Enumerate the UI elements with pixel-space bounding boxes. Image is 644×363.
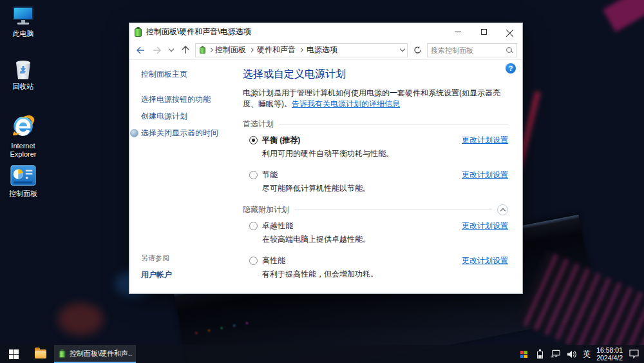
window-body: ? 控制面板主页 选择电源按钮的功能 创建电源计划 选择关闭显示器的时间 另请参… — [129, 60, 522, 293]
power-options-icon — [59, 349, 66, 358]
power-options-icon — [199, 46, 205, 54]
tray-battery-button[interactable] — [535, 349, 545, 359]
sidebar-item-label: 选择电源按钮的功能 — [141, 94, 211, 105]
change-plan-settings-link[interactable]: 更改计划设置 — [462, 255, 508, 266]
radio-high-performance[interactable] — [249, 257, 258, 265]
control-panel-icon — [10, 164, 36, 188]
tray-network-button[interactable] — [551, 349, 561, 359]
recent-pages-button[interactable] — [167, 43, 176, 57]
back-icon — [136, 46, 145, 54]
refresh-icon — [413, 46, 422, 54]
taskbar-item-label: 控制面板\硬件和声... — [70, 349, 132, 358]
plan-name[interactable]: 高性能 — [262, 255, 462, 266]
plan-name[interactable]: 卓越性能 — [262, 221, 462, 231]
radio-balanced[interactable] — [249, 136, 258, 144]
change-plan-settings-link[interactable]: 更改计划设置 — [462, 170, 508, 181]
taskbar-spacer — [136, 345, 518, 363]
breadcrumb-control-panel[interactable]: 控制面板 — [215, 44, 246, 55]
radio-ultimate-performance[interactable] — [249, 222, 258, 230]
close-icon — [506, 28, 513, 35]
sidebar-item-display-off-time[interactable]: 选择关闭显示器的时间 — [141, 128, 240, 139]
desktop-icon-recycle-bin[interactable]: 回收站 — [1, 57, 46, 91]
breadcrumb-chevron-icon — [299, 48, 303, 52]
start-button[interactable] — [0, 345, 27, 363]
desktop-icon-control-panel[interactable]: 控制面板 — [1, 164, 46, 198]
intro-paragraph: 电源计划是用于管理计算机如何使用电源的一套硬件和系统设置(如显示器亮度、睡眠等)… — [243, 88, 508, 110]
internet-explorer-icon — [10, 111, 36, 141]
sidebar: 控制面板主页 选择电源按钮的功能 创建电源计划 选择关闭显示器的时间 另请参阅 … — [129, 60, 240, 293]
sidebar-item-label: 选择关闭显示器的时间 — [141, 128, 218, 139]
file-explorer-button[interactable] — [27, 345, 54, 363]
sidebar-item-label: 创建电源计划 — [141, 111, 187, 122]
section-divider — [294, 210, 492, 210]
search-box — [427, 43, 517, 57]
refresh-button[interactable] — [410, 43, 424, 57]
radio-power-saver[interactable] — [249, 171, 258, 179]
desktop-icon-label: 此电脑 — [1, 30, 46, 38]
tray-volume-button[interactable] — [567, 349, 577, 359]
section-title: 隐藏附加计划 — [243, 204, 289, 215]
plan-ultimate-performance: 卓越性能 更改计划设置 在较高端电脑上提供卓越性能。 — [249, 221, 508, 245]
section-hidden-plans: 隐藏附加计划 — [243, 204, 508, 215]
taskbar-item-control-panel[interactable]: 控制面板\硬件和声... — [54, 345, 136, 363]
speaker-icon — [567, 350, 577, 358]
language-indicator[interactable]: 英 — [583, 349, 591, 360]
address-dropdown-icon[interactable] — [400, 46, 405, 52]
this-pc-icon — [10, 4, 36, 28]
desktop: 此电脑 回收站 — [0, 0, 644, 363]
plan-name[interactable]: 节能 — [262, 170, 462, 181]
windows-logo-icon — [9, 349, 19, 359]
change-plan-settings-link[interactable]: 更改计划设置 — [462, 221, 508, 231]
plan-power-saver: 节能 更改计划设置 尽可能降低计算机性能以节能。 — [249, 170, 508, 194]
wallpaper-bokeh — [58, 303, 103, 335]
network-icon — [551, 349, 561, 358]
breadcrumb-chevron-icon — [209, 48, 213, 52]
help-button[interactable]: ? — [506, 63, 516, 74]
forward-button[interactable] — [150, 43, 164, 57]
file-explorer-icon — [35, 349, 46, 358]
sidebar-item-power-buttons[interactable]: 选择电源按钮的功能 — [141, 94, 240, 105]
sidebar-item-control-panel-home[interactable]: 控制面板主页 — [141, 69, 240, 80]
up-button[interactable] — [178, 43, 193, 57]
action-center-button[interactable] — [629, 349, 639, 359]
page-title: 选择或自定义电源计划 — [243, 68, 508, 81]
display-settings-icon — [130, 129, 138, 137]
taskbar-clock[interactable]: 16:58:01 2024/4/2 — [596, 346, 623, 362]
window-title: 控制面板\硬件和声音\电源选项 — [146, 26, 445, 37]
window-titlebar[interactable]: 控制面板\硬件和声音\电源选项 — [129, 23, 522, 41]
desktop-icon-this-pc[interactable]: 此电脑 — [1, 4, 46, 38]
maximize-button[interactable] — [471, 23, 497, 41]
minimize-icon — [455, 32, 461, 32]
breadcrumb-chevron-icon — [249, 48, 254, 52]
section-divider — [279, 124, 508, 124]
address-toolbar: 控制面板 硬件和声音 电源选项 — [129, 41, 522, 60]
address-bar[interactable]: 控制面板 硬件和声音 电源选项 — [195, 43, 408, 57]
colored-dots-icon — [520, 351, 527, 358]
plan-description: 利用可用的硬件自动平衡功耗与性能。 — [262, 148, 508, 159]
sidebar-see-also: 另请参阅 用户帐户 — [141, 253, 172, 280]
forward-icon — [153, 46, 162, 54]
power-plan-info-link[interactable]: 告诉我有关电源计划的详细信息 — [292, 99, 400, 108]
desktop-icon-label: 回收站 — [1, 83, 46, 91]
plan-name[interactable]: 平衡 (推荐) — [262, 135, 462, 146]
sidebar-item-create-power-plan[interactable]: 创建电源计划 — [141, 111, 240, 122]
battery-icon — [537, 349, 543, 359]
minimize-button[interactable] — [445, 23, 471, 41]
breadcrumb-hardware-sound[interactable]: 硬件和声音 — [257, 44, 296, 55]
chevron-up-icon — [500, 208, 505, 213]
tray-app-icon[interactable] — [518, 349, 529, 359]
change-plan-settings-link[interactable]: 更改计划设置 — [462, 135, 508, 146]
plan-high-performance: 高性能 更改计划设置 有利于提高性能，但会增加功耗。 — [249, 255, 508, 280]
desktop-icon-label: 控制面板 — [1, 190, 46, 198]
back-button[interactable] — [133, 43, 147, 57]
plan-balanced: 平衡 (推荐) 更改计划设置 利用可用的硬件自动平衡功耗与性能。 — [249, 135, 508, 159]
main-panel: 选择或自定义电源计划 电源计划是用于管理计算机如何使用电源的一套硬件和系统设置(… — [240, 60, 522, 293]
sidebar-item-user-accounts[interactable]: 用户帐户 — [141, 270, 172, 280]
search-icon[interactable] — [506, 46, 513, 54]
up-icon — [182, 46, 189, 54]
search-input[interactable] — [431, 46, 503, 54]
desktop-icon-internet-explorer[interactable]: Internet Explorer — [1, 111, 46, 159]
collapse-section-button[interactable] — [497, 204, 508, 215]
breadcrumb-power-options[interactable]: 电源选项 — [307, 44, 337, 55]
close-button[interactable] — [497, 23, 522, 41]
